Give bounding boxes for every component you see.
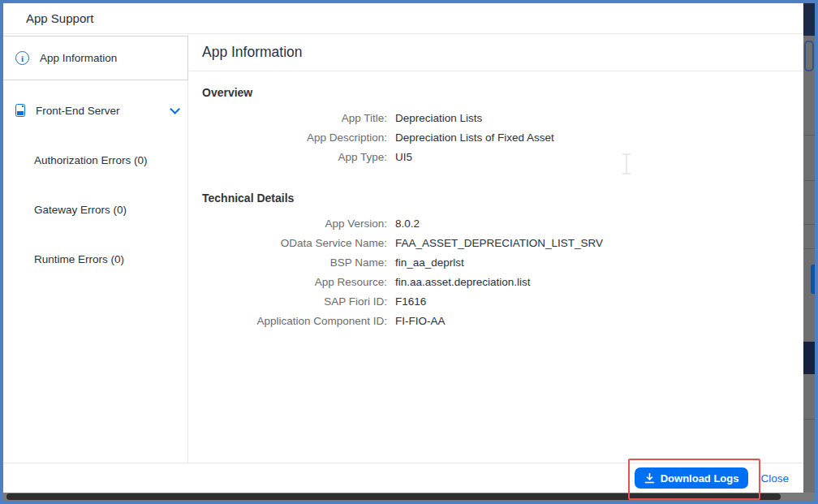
sidebar-item-label: Gateway Errors (0) [34, 204, 127, 216]
sidebar-item-label: Authorization Errors (0) [34, 154, 148, 166]
field-app-title: App Title: Depreciation Lists [189, 109, 803, 128]
overview-section: Overview App Title: Depreciation Lists A… [189, 86, 803, 167]
content-heading: App Information [189, 34, 803, 71]
section-title-overview: Overview [189, 86, 803, 99]
field-app-type: App Type: UI5 [189, 148, 803, 167]
field-label: App Type: [189, 148, 395, 167]
sidebar-item-authorization-errors[interactable]: Authorization Errors (0) [3, 148, 188, 172]
field-bsp-name: BSP Name: fin_aa_deprlst [189, 253, 803, 273]
field-app-version: App Version: 8.0.2 [189, 214, 803, 234]
field-value: fin.aa.asset.depreciation.list [395, 273, 531, 292]
background-app-bottom-strip [3, 493, 815, 501]
background-scrollbar-thumb [811, 265, 815, 294]
device-icon [15, 104, 25, 117]
sidebar-item-app-information[interactable]: i App Information [3, 36, 188, 80]
sidebar-item-front-end-server[interactable]: Front-End Server [3, 94, 188, 127]
sidebar-item-label: Runtime Errors (0) [34, 253, 124, 265]
field-value: 8.0.2 [395, 214, 420, 234]
content-panel: App Information Overview App Title: Depr… [189, 34, 803, 463]
field-label: App Resource: [189, 273, 395, 292]
screenshot-frame: App Support i App Information Front-End … [0, 0, 818, 504]
field-label: SAP Fiori ID: [189, 292, 395, 312]
dialog-title: App Support [26, 11, 93, 25]
field-label: Application Component ID: [189, 312, 395, 331]
field-value: FAA_ASSET_DEPRECIATION_LIST_SRV [395, 234, 603, 253]
background-app-right-strip [803, 3, 815, 493]
chevron-down-icon[interactable] [170, 104, 180, 114]
technical-details-section: Technical Details App Version: 8.0.2 ODa… [189, 192, 803, 331]
field-value: Depreciation Lists [395, 109, 482, 128]
field-value: FI-FIO-AA [395, 312, 446, 331]
download-icon [644, 473, 655, 484]
background-shell-header [803, 3, 815, 36]
sidebar-item-label: Front-End Server [36, 105, 120, 117]
background-navy-block [803, 342, 815, 374]
sidebar-item-runtime-errors[interactable]: Runtime Errors (0) [3, 247, 188, 271]
field-odata-service-name: OData Service Name: FAA_ASSET_DEPRECIATI… [189, 234, 803, 253]
field-label: App Description: [189, 128, 395, 148]
field-app-description: App Description: Depreciation Lists of F… [189, 128, 803, 148]
background-row-line [803, 224, 815, 225]
field-label: BSP Name: [189, 253, 395, 273]
background-button-outline [804, 41, 814, 71]
field-application-component-id: Application Component ID: FI-FIO-AA [189, 312, 803, 331]
download-logs-button[interactable]: Download Logs [635, 467, 749, 489]
close-button[interactable]: Close [760, 472, 789, 485]
section-title-technical-details: Technical Details [189, 192, 803, 205]
sidebar-item-gateway-errors[interactable]: Gateway Errors (0) [3, 197, 188, 222]
background-taskbar [6, 493, 781, 500]
app-support-dialog: App Support i App Information Front-End … [3, 3, 803, 493]
field-value: F1616 [395, 292, 426, 312]
field-label: App Title: [189, 109, 395, 128]
download-logs-label: Download Logs [661, 472, 739, 485]
dialog-footer: Download Logs Close [3, 463, 803, 493]
dialog-title-bar: App Support [3, 3, 803, 34]
sidebar: i App Information Front-End Server Autho… [3, 34, 188, 463]
field-value: Depreciation Lists of Fixed Asset [395, 128, 554, 148]
background-row-line [803, 419, 815, 420]
field-value: fin_aa_deprlst [395, 253, 464, 273]
background-row-line [803, 248, 815, 249]
background-row-line [803, 180, 815, 181]
field-app-resource: App Resource: fin.aa.asset.depreciation.… [189, 273, 803, 292]
field-label: App Version: [189, 214, 395, 234]
field-sap-fiori-id: SAP Fiori ID: F1616 [189, 292, 803, 312]
field-value: UI5 [395, 148, 412, 167]
info-icon: i [15, 51, 29, 65]
sidebar-item-label: App Information [40, 52, 117, 64]
field-label: OData Service Name: [189, 234, 395, 253]
background-row-line [803, 135, 815, 136]
